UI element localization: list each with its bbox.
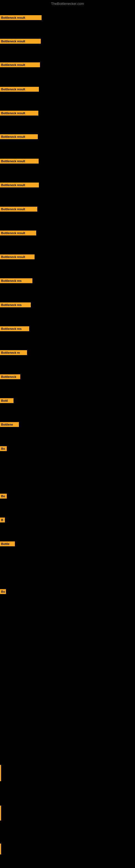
bottleneck-bar-1: Bottleneck result — [0, 15, 42, 20]
bottleneck-bar-14: Bottleneck res — [0, 326, 29, 331]
bottleneck-bar-7: Bottleneck result — [0, 159, 39, 163]
bottleneck-bar-16: Bottleneck — [0, 374, 20, 379]
bottleneck-bar-23: Bo — [0, 589, 6, 594]
bottleneck-bar-5: Bottleneck result — [0, 111, 38, 116]
bottleneck-bar-12: Bottleneck res — [0, 278, 32, 283]
bottleneck-bar-6: Bottleneck result — [0, 134, 38, 139]
bottleneck-bar-17: Bottl — [0, 398, 13, 403]
bottleneck-bar-9: Bottleneck result — [0, 207, 37, 212]
site-title: TheBottlenecker.com — [0, 1, 135, 7]
bottleneck-bar-2: Bottleneck result — [0, 39, 41, 44]
bottleneck-bar-18: Bottlene — [0, 422, 19, 427]
bottleneck-bar-11: Bottleneck result — [0, 254, 35, 259]
bottleneck-bar-4: Bottleneck result — [0, 87, 39, 92]
bottleneck-bar-10: Bottleneck result — [0, 230, 36, 236]
bottleneck-bar-24 — [0, 765, 1, 781]
bottleneck-bar-13: Bottleneck res — [0, 303, 31, 307]
bottleneck-bar-3: Bottleneck result — [0, 62, 40, 67]
bottleneck-bar-26 — [0, 844, 1, 855]
bottleneck-bar-22: Bottle — [0, 541, 15, 546]
bottleneck-bar-8: Bottleneck result — [0, 183, 39, 187]
bottleneck-bar-25 — [0, 806, 1, 820]
bottleneck-bar-20: Bo — [0, 494, 7, 499]
bottleneck-bar-19: Bo — [0, 446, 7, 451]
bottleneck-bar-15: Bottleneck re — [0, 350, 27, 355]
bottleneck-bar-21: B — [0, 518, 5, 522]
